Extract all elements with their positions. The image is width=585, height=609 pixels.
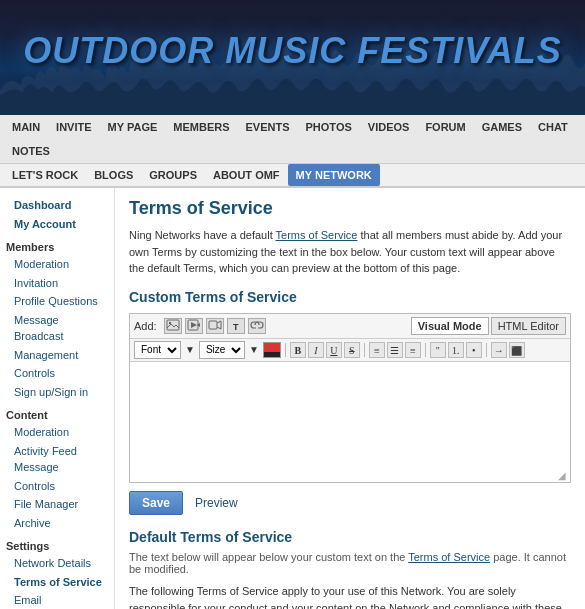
size-select[interactable]: Size (199, 341, 245, 359)
sidebar-section-content: Content (6, 409, 108, 421)
sub-navigation: LET'S ROCK BLOGS GROUPS ABOUT OMF MY NET… (0, 164, 585, 188)
sidebar-activity-feed[interactable]: Activity Feed Message (6, 442, 108, 477)
custom-section-title: Custom Terms of Service (129, 289, 571, 305)
align-left-button[interactable]: ≡ (369, 342, 385, 358)
sidebar-moderation-content[interactable]: Moderation (6, 423, 108, 442)
font-select[interactable]: Font (134, 341, 181, 359)
size-label: ▼ (183, 344, 197, 355)
subnav-blogs[interactable]: BLOGS (86, 164, 141, 186)
intro-tos-link[interactable]: Terms of Service (276, 229, 358, 241)
ordered-list-button[interactable]: 1. (448, 342, 464, 358)
default-tos-link[interactable]: Terms of Service (408, 551, 490, 563)
sidebar-controls-content[interactable]: Controls (6, 477, 108, 496)
subnav-about-omf[interactable]: ABOUT OMF (205, 164, 288, 186)
editor-add-link[interactable] (248, 318, 266, 334)
nav-events[interactable]: EVENTS (238, 115, 298, 139)
editor-top-bar: Add: T Visual Mode (130, 314, 570, 339)
nav-main[interactable]: MAIN (4, 115, 48, 139)
editor-format-bar: Font ▼ Size ▼ B I U S ≡ ☰ ≡ " 1. (130, 339, 570, 362)
preview-button[interactable]: Preview (189, 492, 244, 514)
sidebar: Dashboard My Account Members Moderation … (0, 188, 115, 609)
editor-add-video[interactable] (185, 318, 203, 334)
underline-button[interactable]: U (326, 342, 342, 358)
subnav-lets-rock[interactable]: LET'S ROCK (4, 164, 86, 186)
editor-add-label: Add: (134, 320, 157, 332)
align-center-button[interactable]: ☰ (387, 342, 403, 358)
sidebar-section-settings: Settings (6, 540, 108, 552)
svg-rect-5 (209, 321, 217, 329)
sidebar-management[interactable]: Management (6, 346, 108, 365)
separator-3 (425, 343, 426, 357)
nav-my-page[interactable]: MY PAGE (100, 115, 166, 139)
sidebar-email[interactable]: Email (6, 591, 108, 609)
editor-add-table[interactable]: T (227, 318, 245, 334)
nav-games[interactable]: GAMES (474, 115, 530, 139)
editor-add-audio[interactable] (206, 318, 224, 334)
site-banner: OUTDOOR MUSIC FESTIVALS (0, 0, 585, 115)
size-dropdown-icon: ▼ (247, 344, 261, 355)
italic-button[interactable]: I (308, 342, 324, 358)
sidebar-archive[interactable]: Archive (6, 514, 108, 533)
nav-notes[interactable]: NOTES (4, 139, 58, 163)
sidebar-dashboard[interactable]: Dashboard (6, 196, 108, 215)
form-actions: Save Preview (129, 491, 571, 515)
text-color-button[interactable] (263, 342, 281, 358)
site-title: OUTDOOR MUSIC FESTIVALS (23, 30, 561, 72)
sidebar-signup-signin[interactable]: Sign up/Sign in (6, 383, 108, 402)
page-title: Terms of Service (129, 198, 571, 219)
strikethrough-button[interactable]: S (344, 342, 360, 358)
editor-text-area[interactable]: ◢ (130, 362, 570, 482)
nav-videos[interactable]: VIDEOS (360, 115, 418, 139)
svg-rect-0 (167, 320, 179, 330)
editor-mode-buttons: Visual Mode HTML Editor (411, 317, 566, 335)
separator-4 (486, 343, 487, 357)
subnav-groups[interactable]: GROUPS (141, 164, 205, 186)
main-content: Terms of Service Ning Networks have a de… (115, 188, 585, 609)
default-terms-title: Default Terms of Service (129, 529, 571, 545)
default-terms-description: The text below will appear below your cu… (129, 551, 571, 575)
outdent-button[interactable]: ⬛ (509, 342, 525, 358)
separator-1 (285, 343, 286, 357)
nav-forum[interactable]: FORUM (417, 115, 473, 139)
indent-button[interactable]: → (491, 342, 507, 358)
sidebar-message-broadcast[interactable]: Message Broadcast (6, 311, 108, 346)
subnav-my-network[interactable]: MY NETWORK (288, 164, 380, 186)
sidebar-section-members: Members (6, 241, 108, 253)
sidebar-moderation-members[interactable]: Moderation (6, 255, 108, 274)
page-layout: Dashboard My Account Members Moderation … (0, 188, 585, 609)
unordered-list-button[interactable]: • (466, 342, 482, 358)
sidebar-controls-members[interactable]: Controls (6, 364, 108, 383)
visual-mode-button[interactable]: Visual Mode (411, 317, 489, 335)
main-navigation: MAIN INVITE MY PAGE MEMBERS EVENTS PHOTO… (0, 115, 585, 164)
svg-marker-4 (191, 322, 197, 328)
editor-add-image[interactable] (164, 318, 182, 334)
sidebar-my-account[interactable]: My Account (6, 215, 108, 234)
align-right-button[interactable]: ≡ (405, 342, 421, 358)
sidebar-terms-of-service[interactable]: Terms of Service (6, 573, 108, 592)
bold-button[interactable]: B (290, 342, 306, 358)
html-editor-button[interactable]: HTML Editor (491, 317, 566, 335)
nav-chat[interactable]: CHAT (530, 115, 576, 139)
default-terms-body: The following Terms of Service apply to … (129, 583, 571, 610)
rich-text-editor: Add: T Visual Mode (129, 313, 571, 483)
separator-2 (364, 343, 365, 357)
intro-paragraph: Ning Networks have a default Terms of Se… (129, 227, 571, 277)
editor-resize-handle[interactable]: ◢ (558, 470, 568, 480)
sidebar-profile-questions[interactable]: Profile Questions (6, 292, 108, 311)
save-button[interactable]: Save (129, 491, 183, 515)
nav-members[interactable]: MEMBERS (165, 115, 237, 139)
blockquote-button[interactable]: " (430, 342, 446, 358)
sidebar-invitation[interactable]: Invitation (6, 274, 108, 293)
sidebar-file-manager[interactable]: File Manager (6, 495, 108, 514)
nav-invite[interactable]: INVITE (48, 115, 99, 139)
sidebar-network-details[interactable]: Network Details (6, 554, 108, 573)
nav-photos[interactable]: PHOTOS (298, 115, 360, 139)
